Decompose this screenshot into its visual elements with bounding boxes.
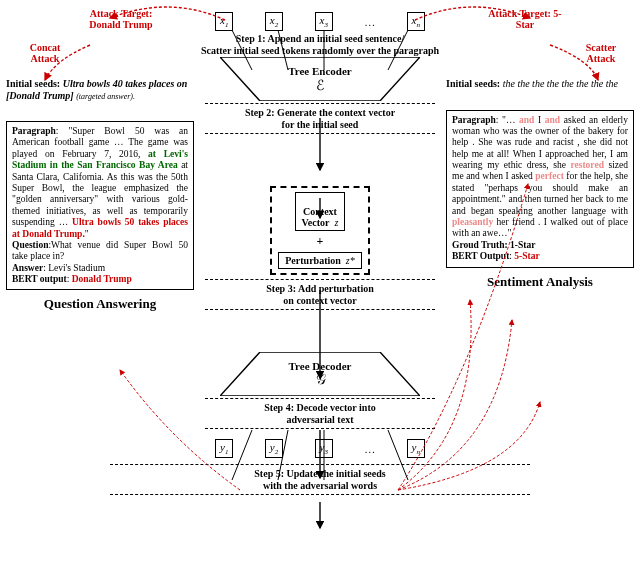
encoder-label: Tree Encoder (288, 65, 351, 77)
output-yn: yn (407, 439, 425, 458)
plus-symbol: + (317, 234, 324, 249)
encoder-symbol: ℰ (316, 77, 324, 94)
divider-8 (110, 494, 530, 495)
qa-title: Question Answering (6, 296, 194, 312)
input-x2: x2 (265, 12, 283, 31)
sa-para-label: Paragraph (452, 115, 496, 125)
divider-1 (205, 103, 435, 104)
divider-6 (205, 428, 435, 429)
qa-bert-label: BERT output (12, 274, 67, 284)
sa-paragraph-box: Paragraph: "… and I and asked an elderly… (446, 110, 634, 268)
input-x3: x3 (315, 12, 333, 31)
input-row: x1 x2 x3 … xn (215, 12, 425, 31)
seed-left-label: Initial seeds: (6, 78, 60, 89)
output-y2: y2 (265, 439, 283, 458)
qa-paragraph-box: Paragraph: "Super Bowl 50 was an America… (6, 121, 194, 290)
qa-q-label: Question (12, 240, 48, 250)
seed-right-label: Initial seeds: (446, 78, 500, 89)
perturbation-box: Perturbation z* (278, 252, 361, 269)
sa-w4: perfect (535, 171, 563, 181)
sa-w5: pleasantly (452, 217, 493, 227)
left-column: Initial seeds: Ultra bowls 40 takes plac… (6, 0, 194, 312)
divider-5 (205, 398, 435, 399)
seed-left-note: (targeted answer). (76, 92, 135, 101)
qa-bert-val: Donald Trump (72, 274, 132, 284)
qa-a-text: : Levi's Stadium (43, 263, 105, 273)
input-ellipsis: … (364, 16, 375, 28)
seed-right-val: the the the the the the the the (503, 78, 618, 89)
context-perturb-group: ContextVector z + Perturbation z* (270, 186, 369, 275)
decoder-label: Tree Decoder (289, 360, 352, 372)
output-y3: y3 (315, 439, 333, 458)
seed-left: Initial seeds: Ultra bowls 40 takes plac… (6, 78, 194, 101)
output-y1: y1 (215, 439, 233, 458)
step3-label: Step 3: Add perturbation on context vect… (266, 283, 374, 306)
encoder-block: Tree Encoder ℰ (220, 57, 420, 101)
context-vector-box: ContextVector z (295, 192, 346, 231)
sa-gt-label: Groud Truth (452, 240, 505, 250)
output-row: y1 y2 y3 … yn (215, 439, 425, 458)
divider-3 (205, 279, 435, 280)
sa-pre: : "… (496, 115, 519, 125)
sa-w2: and (545, 115, 560, 125)
sa-bert-label: BERT Output (452, 251, 509, 261)
sa-title: Sentiment Analysis (446, 274, 634, 290)
qa-para-label: Paragraph (12, 126, 56, 136)
sa-bert-val: 5-Star (514, 251, 539, 261)
decoder-symbol: 𝒢 (315, 372, 325, 388)
step4-label: Step 4: Decode vector into adversarial t… (264, 402, 375, 425)
divider-7 (110, 464, 530, 465)
divider-2 (205, 133, 435, 134)
step2-label: Step 2: Generate the context vector for … (245, 107, 395, 130)
seed-right: Initial seeds: the the the the the the t… (446, 78, 634, 90)
sa-t1: I (534, 115, 544, 125)
right-column: Initial seeds: the the the the the the t… (446, 0, 634, 290)
qa-close: " (85, 229, 89, 239)
output-ellipsis: … (364, 443, 375, 455)
sa-gt-val: : 1-Star (505, 240, 536, 250)
sa-w1: and (519, 115, 534, 125)
input-x1: x1 (215, 12, 233, 31)
step5-label: Step 5: Update the initial seeds with th… (254, 468, 385, 491)
divider-4 (205, 309, 435, 310)
center-column: x1 x2 x3 … xn Step 1: Append an initial … (200, 0, 440, 576)
sa-w3: restored (571, 160, 604, 170)
input-xn: xn (407, 12, 425, 31)
step1-label: Step 1: Append an initial seed sentence/… (201, 33, 439, 56)
decoder-block: Tree Decoder 𝒢 (220, 352, 420, 396)
qa-a-label: Answer (12, 263, 43, 273)
